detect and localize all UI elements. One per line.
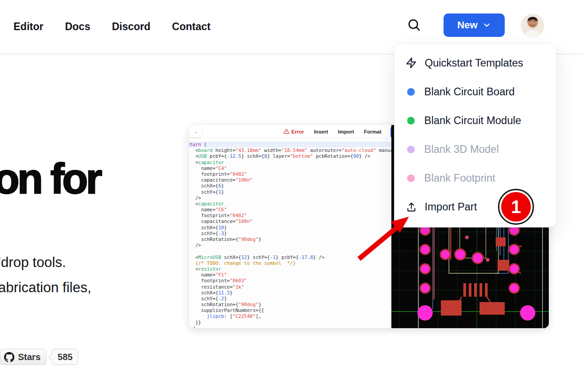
annotation-step-badge: 1 (498, 189, 534, 225)
code-line: <USB pcbY={-12.5} schX={8} layer="bottom… (189, 153, 391, 159)
code-line: name="C4" (189, 165, 391, 171)
hero-paragraph-line-2: abrication files, (0, 275, 91, 300)
nav-link-contact[interactable]: Contact (172, 21, 211, 33)
code-line: footprint="0402" (189, 171, 391, 177)
github-stars-label: Stars (18, 352, 40, 362)
editor-import-tab[interactable]: Import (338, 129, 354, 134)
chevron-down-icon (482, 21, 491, 30)
code-line: supplierPartNumbers={{ (189, 307, 391, 313)
new-button-label: New (457, 19, 477, 31)
code-line: schX={6} (189, 183, 391, 189)
annotation-arrow-icon (350, 209, 422, 267)
editor-collapse-button[interactable]: ⌄ (190, 126, 202, 137)
avatar[interactable] (521, 14, 544, 37)
search-icon (407, 18, 421, 33)
code-line: schY={-2} (189, 296, 391, 302)
code-line: capacitance="100n" (189, 177, 391, 183)
annotation-step-number: 1 (501, 192, 531, 222)
code-line: name="F1" (189, 272, 391, 278)
code-line: schRotation={"90deg"} (189, 302, 391, 307)
menu-item-blank-footprint[interactable]: Blank Footprint (405, 167, 546, 189)
code-line: jlcpcb: ["C22548"], (189, 313, 391, 319)
code-line: / (189, 325, 391, 328)
editor-error-tab[interactable]: Error (283, 129, 304, 134)
github-stars-count[interactable]: 585 (52, 349, 78, 365)
code-line: }} (189, 320, 391, 325)
warning-icon (283, 129, 289, 134)
hero-paragraph: 'drop tools. abrication files, (0, 250, 91, 300)
green-dot-icon (407, 117, 415, 125)
purple-dot-icon (407, 146, 415, 153)
zap-icon (405, 57, 417, 69)
editor-format-tab[interactable]: Format (364, 129, 381, 134)
hero-headline-fragment: on for (0, 155, 100, 203)
code-line: <capacitor (189, 160, 391, 165)
github-stars-widget: Stars 585 (0, 349, 78, 365)
github-octocat-icon (4, 352, 14, 362)
code-line: footprint="0603" (189, 278, 391, 284)
code-line: schY={1} (189, 189, 391, 195)
pink-dot-icon (407, 174, 415, 182)
code-line: <capacitor (189, 201, 391, 207)
code-line: resistance="1k" (189, 284, 391, 290)
blue-dot-icon (407, 88, 415, 96)
menu-item-blank-3d-model[interactable]: Blank 3D Model (405, 138, 546, 160)
nav-link-discord[interactable]: Discord (112, 21, 151, 33)
editor-insert-tab[interactable]: Insert (314, 129, 328, 134)
editor-toolbar: Error Insert Import Format (189, 125, 391, 138)
new-button[interactable]: New (444, 13, 505, 37)
code-line: eturn ( (189, 142, 391, 147)
search-button[interactable] (406, 17, 422, 33)
nav-link-editor[interactable]: Editor (13, 21, 43, 33)
menu-item-blank-circuit-module[interactable]: Blank Circuit Module (405, 110, 546, 131)
menu-item-quickstart-templates[interactable]: Quickstart Templates (405, 52, 546, 74)
menu-item-blank-circuit-board[interactable]: Blank Circuit Board (405, 81, 546, 102)
code-line: <board height="43.18mm" width="18.54mm" … (189, 147, 391, 153)
hero-paragraph-line-1: 'drop tools. (0, 250, 91, 275)
nav-link-docs[interactable]: Docs (65, 21, 90, 33)
code-line: schX={11.3} (189, 290, 391, 296)
code-line: /> (189, 195, 391, 201)
github-stars-button[interactable]: Stars (0, 349, 46, 365)
nav-links: Editor Docs Discord Contact (13, 0, 211, 53)
